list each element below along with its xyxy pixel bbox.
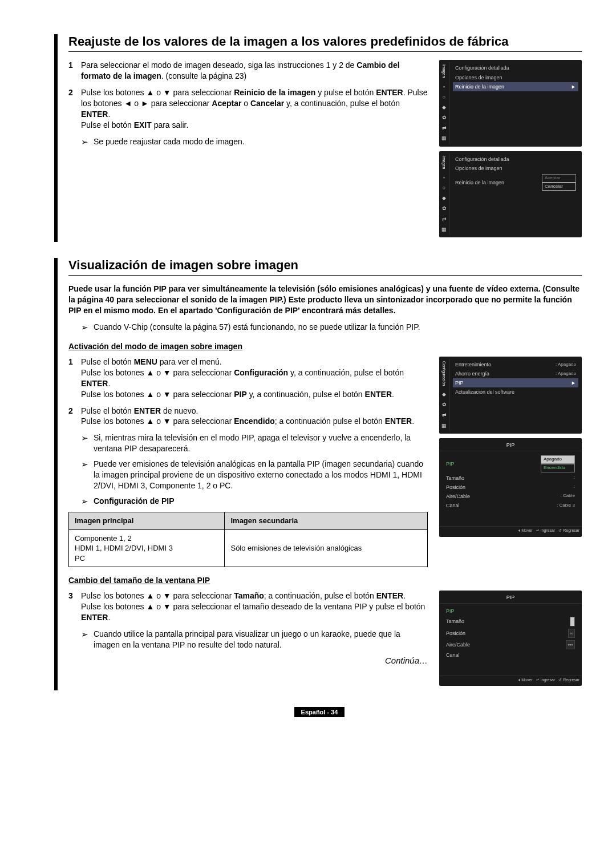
step-1: 1 Para seleccionar el modo de imagen des… <box>68 60 428 82</box>
gear-icon: ✿ <box>442 205 447 212</box>
osd-menu-config: Configuración ◆ ✿ ⇄ ▦ Entretenimiento: A… <box>439 357 582 434</box>
osd-menu-pip-2: PIP PIP Tamaño▫ Posición▫▫ Aire/Cable▫▫▫… <box>439 591 582 686</box>
note-pip-sources: ➢Puede ver emisiones de televisión analó… <box>68 459 428 491</box>
subhead-pip-size: Cambio del tamaño de la ventana PIP <box>68 575 582 586</box>
section-pip: Visualización de imagen sobre imagen Pue… <box>57 258 582 691</box>
osd-menu-pip-1: PIP PIP Apagado Encendido Tamaño: Posici… <box>439 438 582 537</box>
chevron-right-icon: ► <box>571 83 576 90</box>
heading-1: Reajuste de los valores de la imagen a l… <box>68 34 509 49</box>
tv-icon: ▫ <box>443 83 445 90</box>
note-readjust: ➢Se puede reajustar cada modo de imagen. <box>68 136 428 148</box>
input-icon: ⇄ <box>442 216 447 223</box>
pip-step-2: 2 Pulse el botón ENTER de nuevo. Pulse l… <box>68 406 428 427</box>
note-vchip: ➢Cuando V-Chip (consulte la página 57) e… <box>68 322 582 333</box>
note-pip-unnatural: ➢Cuando utilice la pantalla principal pa… <box>68 629 428 650</box>
app-icon: ▦ <box>441 422 447 429</box>
osd-menu-2: Imagen ▫ ○ ◆ ✿ ⇄ ▦ Configuración detalla… <box>439 151 582 237</box>
input-icon: ⇄ <box>442 411 447 418</box>
gear-icon: ✿ <box>442 401 447 408</box>
continues-label: Continúa… <box>68 655 428 666</box>
note-pip-off: ➢Si, mientras mira la televisión en el m… <box>68 432 428 454</box>
gear-icon: ✿ <box>442 114 447 121</box>
osd-menu-1: Imagen ▫ ○ ◆ ✿ ⇄ ▦ Configuración detalla… <box>439 60 582 146</box>
pip-intro-text: Puede usar la función PIP para ver simul… <box>68 284 582 316</box>
app-icon: ▦ <box>441 226 447 233</box>
pip-size-large-icon: ▫ <box>570 617 575 626</box>
tv-icon: ▫ <box>443 174 445 181</box>
pip-size-split-icon: ▫▫ <box>568 629 575 638</box>
pip-step-1: 1 Pulse el botón MENU para ver el menú. … <box>68 357 428 400</box>
input-icon: ⇄ <box>442 124 447 131</box>
chevron-right-icon: ► <box>571 379 576 386</box>
drop-icon: ◆ <box>442 104 446 111</box>
page-footer: Español - 34 <box>57 706 582 717</box>
heading-2: Visualización de imagen sobre imagen <box>68 258 298 273</box>
section-picture-reset: Reajuste de los valores de la imagen a l… <box>57 34 582 242</box>
drop-icon: ◆ <box>442 391 446 398</box>
subhead-activate-pip: Activación del modo de imagen sobre imag… <box>68 341 582 352</box>
pip-config-table: Imagen principalImagen secundaria Compon… <box>68 512 428 567</box>
drop-icon: ◆ <box>442 195 446 201</box>
app-icon: ▦ <box>441 135 447 141</box>
clock-icon: ○ <box>443 94 445 100</box>
instructions-left: 1 Para seleccionar el modo de imagen des… <box>68 60 428 241</box>
subhead-pip-config: ➢Configuración de PIP <box>68 496 428 507</box>
clock-icon: ○ <box>443 184 445 191</box>
pip-size-triple-icon: ▫▫▫ <box>566 640 575 649</box>
step-2: 2 Pulse los botones ▲ o ▼ para seleccion… <box>68 87 428 131</box>
pip-step-3: 3 Pulse los botones ▲ o ▼ para seleccion… <box>68 591 428 623</box>
